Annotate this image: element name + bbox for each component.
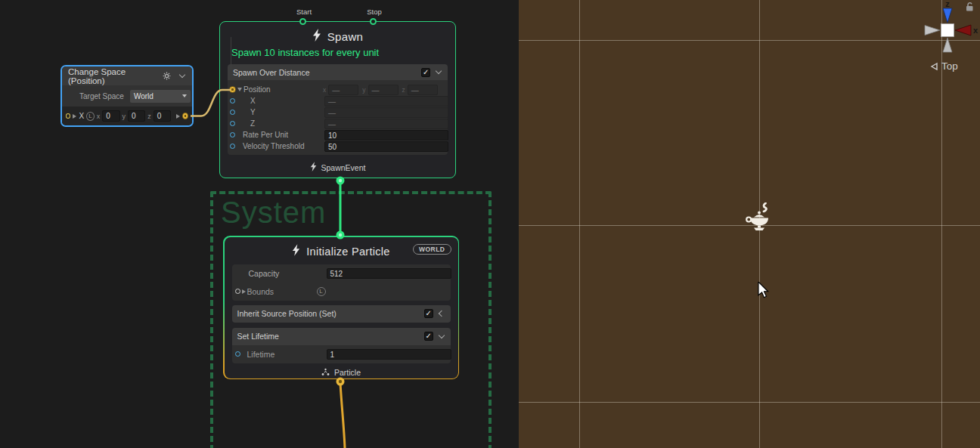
- input-port[interactable]: [66, 113, 70, 119]
- x-value-field[interactable]: 0: [102, 110, 119, 122]
- z-axis-label: z: [147, 113, 151, 120]
- spawn-node-subtitle: Spawn 10 instances for every unit: [231, 47, 455, 58]
- local-space-icon[interactable]: L: [317, 287, 326, 296]
- stop-flow-port[interactable]: Stop: [370, 18, 377, 25]
- target-space-row: Target Space World: [62, 85, 192, 107]
- spawn-node-header[interactable]: Spawn: [220, 22, 455, 45]
- velocity-threshold-label: Velocity Threshold: [243, 142, 305, 150]
- bounds-label: Bounds: [247, 287, 274, 296]
- x-port[interactable]: [230, 98, 235, 104]
- inherit-block-title: Inherit Source Position (Set): [237, 309, 336, 318]
- chevron-down-icon[interactable]: [436, 68, 442, 74]
- gizmo-x-label: x: [973, 26, 978, 35]
- rate-per-unit-label: Rate Per Unit: [243, 131, 288, 139]
- visual-effect-gizmo-icon[interactable]: [745, 202, 775, 236]
- expander-icon[interactable]: [242, 289, 246, 294]
- x-axis-label: x: [97, 113, 101, 120]
- z-value-field[interactable]: 0: [154, 110, 171, 122]
- bounds-port[interactable]: [235, 289, 240, 294]
- input-label: X: [79, 112, 84, 120]
- rate-per-unit-field[interactable]: 10: [324, 130, 448, 141]
- initialize-settings-block: Capacity 512 Bounds L: [232, 264, 451, 301]
- block-enabled-checkbox[interactable]: [424, 309, 433, 318]
- x-row-field[interactable]: —: [324, 96, 448, 107]
- output-port[interactable]: [182, 113, 188, 119]
- rate-per-unit-port[interactable]: [230, 132, 235, 137]
- scene-view[interactable]: [519, 0, 980, 448]
- particle-label: Particle: [334, 368, 361, 377]
- vfx-graph-canvas[interactable]: System Change Space (Position) Target Sp…: [0, 0, 519, 448]
- lifetime-port[interactable]: [235, 351, 240, 357]
- vfx-editor-window: System Change Space (Position) Target Sp…: [0, 0, 980, 448]
- z-field[interactable]: —: [408, 85, 438, 95]
- set-lifetime-body: Lifetime 1: [232, 345, 451, 363]
- target-space-dropdown[interactable]: World: [130, 90, 191, 103]
- set-lifetime-header[interactable]: Set Lifetime: [232, 328, 451, 345]
- grid-line: [519, 402, 980, 403]
- gear-icon[interactable]: [163, 70, 171, 83]
- particle-output-row: Particle: [225, 366, 458, 379]
- position-label: Position: [243, 85, 271, 94]
- lifetime-row: Lifetime 1: [232, 345, 451, 363]
- lifetime-field[interactable]: 1: [327, 349, 451, 360]
- lock-icon[interactable]: [965, 2, 975, 15]
- block-enabled-checkbox[interactable]: [424, 332, 433, 341]
- velocity-threshold-port[interactable]: [230, 144, 235, 149]
- expander-icon[interactable]: [73, 114, 76, 119]
- y-row-label: Y: [250, 108, 256, 116]
- chevron-down-icon[interactable]: [438, 332, 444, 338]
- gizmo-center-cube[interactable]: [941, 24, 954, 37]
- view-arrow-icon: [930, 62, 938, 71]
- velocity-threshold-row: Velocity Threshold 50: [228, 141, 448, 152]
- indent-guide: [231, 37, 231, 70]
- spawn-output-row: SpawnEvent: [220, 161, 455, 175]
- x-subrow: X —: [228, 95, 448, 107]
- initialize-particle-node[interactable]: Initialize Particle WORLD Capacity 512 B…: [223, 236, 459, 379]
- capacity-row: Capacity 512: [232, 264, 451, 283]
- system-group-title[interactable]: System: [221, 196, 326, 230]
- gizmo-bottom-axis-cone[interactable]: [943, 38, 952, 52]
- z-port[interactable]: [230, 121, 235, 126]
- block-title: Spawn Over Distance: [233, 68, 310, 77]
- block-enabled-checkbox[interactable]: [421, 68, 430, 77]
- spawn-context-node[interactable]: Start Stop Spawn Spawn 10 instances for …: [219, 21, 456, 178]
- y-row-field[interactable]: —: [324, 107, 448, 118]
- velocity-threshold-field[interactable]: 50: [324, 141, 448, 152]
- spawn-over-distance-block[interactable]: Spawn Over Distance Position x— y— z—: [228, 64, 448, 155]
- collapse-icon[interactable]: [237, 88, 242, 91]
- chevron-left-icon[interactable]: [438, 311, 444, 317]
- y-label: y: [362, 86, 365, 94]
- local-space-icon[interactable]: L: [86, 112, 95, 121]
- world-space-badge[interactable]: WORLD: [413, 244, 451, 255]
- set-lifetime-block[interactable]: Set Lifetime Lifetime 1: [232, 328, 451, 363]
- x-field[interactable]: —: [328, 85, 358, 95]
- chevron-down-icon[interactable]: [179, 72, 185, 78]
- dropdown-caret-icon: [182, 94, 187, 97]
- view-label-text[interactable]: Top: [941, 60, 958, 72]
- change-space-header[interactable]: Change Space (Position): [62, 66, 192, 85]
- particle-icon: [321, 366, 330, 379]
- z-row-field[interactable]: —: [324, 119, 448, 129]
- y-port[interactable]: [230, 110, 235, 115]
- start-flow-port[interactable]: Start: [299, 18, 306, 25]
- change-space-title: Change Space (Position): [68, 67, 160, 85]
- output-expander-icon[interactable]: [176, 114, 180, 119]
- gizmo-left-axis-cone[interactable]: [925, 26, 940, 36]
- gizmo-x-axis-cone[interactable]: [955, 25, 971, 36]
- x-label: x: [323, 86, 326, 94]
- lifetime-block-title: Set Lifetime: [237, 332, 279, 341]
- spawn-node-title: Spawn: [327, 30, 363, 43]
- x-row-label: X: [250, 97, 256, 105]
- capacity-field[interactable]: 512: [327, 268, 451, 279]
- y-value-field[interactable]: 0: [128, 110, 145, 122]
- view-orientation-label[interactable]: Top: [930, 60, 958, 72]
- position-port[interactable]: [229, 86, 236, 93]
- bounds-row: Bounds L: [232, 283, 451, 301]
- change-space-node[interactable]: Change Space (Position) Target Space Wor…: [60, 65, 194, 127]
- gizmo-z-axis-cone[interactable]: [943, 8, 952, 23]
- y-field[interactable]: —: [368, 85, 399, 95]
- spawn-over-distance-header[interactable]: Spawn Over Distance: [228, 64, 448, 80]
- inherit-source-position-block[interactable]: Inherit Source Position (Set): [232, 305, 451, 323]
- position-xyz-fields: x— y— z—: [323, 85, 438, 95]
- z-subrow: Z —: [228, 118, 448, 129]
